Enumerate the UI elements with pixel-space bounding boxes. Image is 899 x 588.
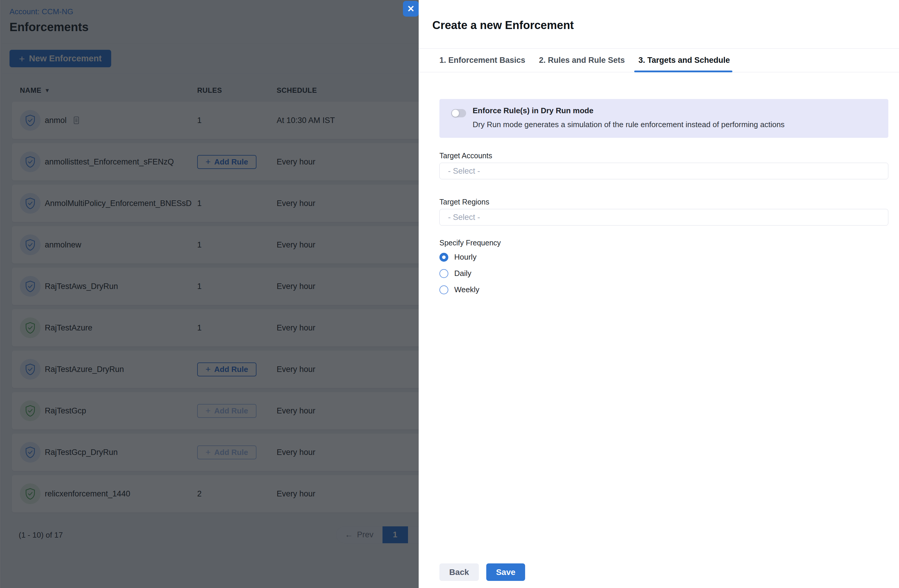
dry-run-toggle[interactable] xyxy=(451,109,466,117)
drawer-header: Create a new Enforcement xyxy=(419,0,899,49)
drawer-title: Create a new Enforcement xyxy=(432,19,885,32)
save-button[interactable]: Save xyxy=(486,563,525,581)
dry-run-banner: Enforce Rule(s) in Dry Run mode Dry Run … xyxy=(439,99,888,138)
specify-frequency-label: Specify Frequency xyxy=(439,239,888,247)
frequency-radio-group: Hourly Daily Weekly xyxy=(439,253,888,294)
dry-run-title: Enforce Rule(s) in Dry Run mode xyxy=(473,106,785,115)
tab-rules-and-rule-sets[interactable]: 2. Rules and Rule Sets xyxy=(539,49,625,72)
frequency-option-hourly[interactable]: Hourly xyxy=(439,253,888,262)
radio-unselected-icon xyxy=(439,286,448,294)
frequency-option-daily[interactable]: Daily xyxy=(439,269,888,278)
tab-enforcement-basics[interactable]: 1. Enforcement Basics xyxy=(439,49,525,72)
drawer-tabs: 1. Enforcement Basics 2. Rules and Rule … xyxy=(419,49,899,72)
drawer-content: Enforce Rule(s) in Dry Run mode Dry Run … xyxy=(419,72,899,294)
frequency-option-weekly[interactable]: Weekly xyxy=(439,285,888,294)
drawer-footer: Back Save xyxy=(439,563,525,581)
radio-unselected-icon xyxy=(439,269,448,278)
radio-selected-icon xyxy=(439,253,448,262)
tab-targets-and-schedule[interactable]: 3. Targets and Schedule xyxy=(638,49,730,72)
close-icon[interactable]: ✕ xyxy=(403,1,419,17)
target-accounts-select[interactable] xyxy=(439,163,888,179)
dry-run-description: Dry Run mode generates a simulation of t… xyxy=(473,120,785,129)
create-enforcement-drawer: ✕ Create a new Enforcement 1. Enforcemen… xyxy=(419,0,899,588)
target-regions-select[interactable] xyxy=(439,209,888,225)
target-regions-label: Target Regions xyxy=(439,198,888,206)
target-accounts-label: Target Accounts xyxy=(439,151,888,160)
back-button[interactable]: Back xyxy=(439,563,479,581)
toggle-knob xyxy=(452,110,459,117)
